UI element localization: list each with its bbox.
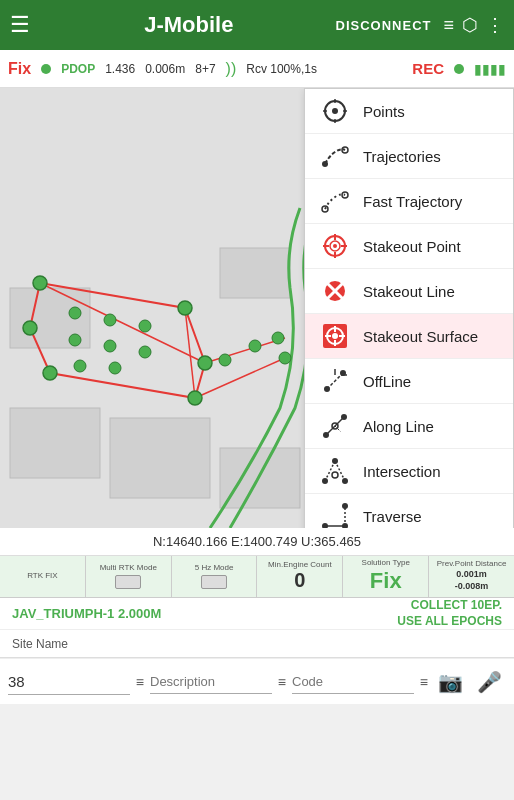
layers-icon[interactable]: ⬡ <box>462 14 478 36</box>
menu-item-intersection[interactable]: Intersection <box>305 449 513 494</box>
intersection-icon <box>319 457 351 485</box>
menu-item-traverse[interactable]: Traverse <box>305 494 513 528</box>
svg-point-21 <box>104 340 116 352</box>
menu-item-stakeout-line[interactable]: Stakeout Line <box>305 269 513 314</box>
map-area[interactable]: Points Trajectories Fast Trajectory <box>0 88 514 528</box>
trajectories-label: Trajectories <box>363 148 441 165</box>
offline-icon <box>319 367 351 395</box>
camera-icon[interactable]: 📷 <box>434 666 467 698</box>
list-icon-code[interactable]: ≡ <box>278 674 286 690</box>
svg-point-17 <box>69 307 81 319</box>
fast-trajectory-label: Fast Trajectory <box>363 193 462 210</box>
menu-item-along-line[interactable]: Along Line <box>305 404 513 449</box>
solution-type-value: Fix <box>370 568 402 594</box>
svg-point-11 <box>33 276 47 290</box>
status-dot <box>41 64 51 74</box>
status-bar: Fix PDOP 1.436 0.006m 8+7 )) Rcv 100%,1s… <box>0 50 514 88</box>
svg-point-18 <box>104 314 116 326</box>
svg-point-26 <box>249 340 261 352</box>
site-value-field[interactable]: 38 <box>8 669 130 695</box>
svg-point-71 <box>332 472 338 478</box>
along-line-icon <box>319 412 351 440</box>
svg-point-14 <box>188 391 202 405</box>
svg-point-30 <box>332 108 338 114</box>
offline-label: OffLine <box>363 373 411 390</box>
mic-icon[interactable]: 🎤 <box>473 666 506 698</box>
pdop-value: 1.436 <box>105 62 135 76</box>
engine-count-cell: Min.Engine Count 0 <box>257 556 343 597</box>
hz-mode-toggle[interactable] <box>201 575 227 589</box>
hamburger-menu-icon[interactable]: ☰ <box>10 12 30 38</box>
svg-point-22 <box>139 346 151 358</box>
stakeout-line-icon <box>319 277 351 305</box>
multi-rtk-cell: Multi RTK Mode <box>86 556 172 597</box>
prev-point-values: 0.001m-0.008m <box>455 569 489 592</box>
satellites: 8+7 <box>195 62 215 76</box>
solution-type-cell: Solution Type Fix <box>343 556 429 597</box>
svg-point-13 <box>198 356 212 370</box>
multi-rtk-toggle[interactable] <box>115 575 141 589</box>
description-input[interactable] <box>150 674 272 689</box>
svg-point-16 <box>23 321 37 335</box>
svg-rect-5 <box>220 248 290 298</box>
rtk-fix-cell: RTK FIX <box>0 556 86 597</box>
info-row: JAV_TRIUMPH-1 2.000M COLLECT 10EP.USE AL… <box>0 598 514 630</box>
traverse-icon <box>319 502 351 528</box>
svg-point-51 <box>332 333 338 339</box>
svg-line-58 <box>327 373 343 389</box>
prev-point-label: Prev.Point Distance <box>437 560 507 569</box>
pdop-label: PDOP <box>61 62 95 76</box>
list-icon[interactable]: ≡ <box>443 15 454 36</box>
stakeout-surface-label: Stakeout Surface <box>363 328 478 345</box>
signal-quality: Rcv 100%,1s <box>246 62 317 76</box>
along-line-label: Along Line <box>363 418 434 435</box>
svg-point-27 <box>272 332 284 344</box>
fix-distance: 0.006m <box>145 62 185 76</box>
battery-icon: ▮▮▮▮ <box>474 61 506 77</box>
menu-item-stakeout-surface[interactable]: Stakeout Surface <box>305 314 513 359</box>
list-icon-desc[interactable]: ≡ <box>136 674 144 690</box>
svg-rect-3 <box>110 418 210 498</box>
menu-item-offline[interactable]: OffLine <box>305 359 513 404</box>
code-input[interactable] <box>292 674 414 689</box>
svg-point-28 <box>279 352 291 364</box>
trajectories-icon <box>319 142 351 170</box>
svg-point-20 <box>69 334 81 346</box>
svg-point-25 <box>219 354 231 366</box>
fix-status: Fix <box>8 60 31 78</box>
menu-item-trajectories[interactable]: Trajectories <box>305 134 513 179</box>
points-icon <box>319 97 351 125</box>
svg-point-45 <box>333 244 337 248</box>
site-name-row: Site Name <box>0 630 514 658</box>
svg-point-24 <box>109 362 121 374</box>
menu-item-stakeout-point[interactable]: Stakeout Point <box>305 224 513 269</box>
disconnect-button[interactable]: DISCONNECT <box>336 18 432 33</box>
menu-item-points[interactable]: Points <box>305 89 513 134</box>
svg-point-12 <box>178 301 192 315</box>
engine-count-label: Min.Engine Count <box>268 561 332 570</box>
hz-mode-label: 5 Hz Mode <box>195 564 234 573</box>
rec-label: REC <box>412 60 444 77</box>
app-title: J-Mobile <box>42 12 336 38</box>
list-icon-end[interactable]: ≡ <box>420 674 428 690</box>
code-field[interactable] <box>292 670 414 694</box>
fast-trajectory-icon <box>319 187 351 215</box>
intersection-label: Intersection <box>363 463 441 480</box>
svg-point-19 <box>139 320 151 332</box>
dropdown-menu: Points Trajectories Fast Trajectory <box>304 88 514 528</box>
signal-arrows: )) <box>226 60 237 78</box>
coordinates-text: N:14640.166 E:1400.749 U:365.465 <box>153 534 361 549</box>
stakeout-point-label: Stakeout Point <box>363 238 461 255</box>
solution-type-label: Solution Type <box>362 559 410 568</box>
svg-point-15 <box>43 366 57 380</box>
device-info: JAV_TRIUMPH-1 2.000M <box>12 606 397 621</box>
site-name-label: Site Name <box>12 637 68 651</box>
more-options-icon[interactable]: ⋮ <box>486 14 504 36</box>
collect-info: COLLECT 10EP.USE ALL EPOCHS <box>397 598 502 629</box>
app-header: ☰ J-Mobile DISCONNECT ≡ ⬡ ⋮ <box>0 0 514 50</box>
svg-rect-2 <box>10 408 100 478</box>
rtk-fix-label: RTK FIX <box>27 572 58 581</box>
menu-item-fast-trajectory[interactable]: Fast Trajectory <box>305 179 513 224</box>
description-field[interactable] <box>150 670 272 694</box>
stakeout-line-label: Stakeout Line <box>363 283 455 300</box>
